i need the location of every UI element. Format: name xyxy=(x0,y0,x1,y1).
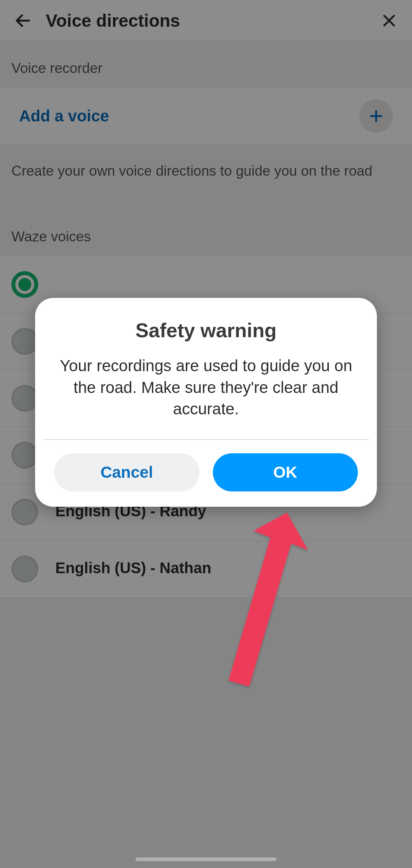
dialog-title: Safety warning xyxy=(50,319,362,342)
home-indicator xyxy=(135,857,277,861)
safety-warning-dialog: Safety warning Your recordings are used … xyxy=(35,298,377,507)
dialog-divider xyxy=(43,439,369,440)
dialog-buttons: Cancel OK xyxy=(50,453,362,491)
ok-button[interactable]: OK xyxy=(213,453,358,491)
cancel-button[interactable]: Cancel xyxy=(54,453,200,491)
dialog-body: Your recordings are used to guide you on… xyxy=(50,355,362,439)
